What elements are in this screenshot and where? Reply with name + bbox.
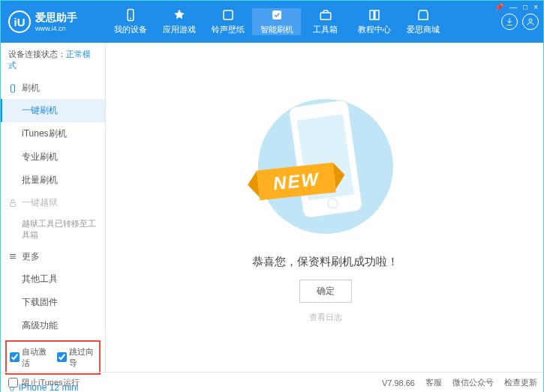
nav-apps[interactable]: 应用游戏 (155, 8, 203, 35)
phone-small-icon (8, 84, 17, 93)
sidebar-item-pro-flash[interactable]: 专业刷机 (1, 145, 105, 169)
view-log-link[interactable]: 查看日志 (309, 312, 342, 323)
check-skip-wizard[interactable]: 跳过向导 (57, 346, 97, 369)
book-icon (368, 8, 381, 22)
sidebar-group-jailbreak: 一键越狱 (1, 192, 105, 214)
store-icon (416, 8, 430, 22)
nav-flash[interactable]: 智能刷机 (252, 8, 301, 35)
support-link[interactable]: 客服 (425, 377, 442, 388)
svg-point-5 (529, 19, 532, 22)
ok-button[interactable]: 确定 (299, 280, 352, 303)
titlebar: iU 爱思助手 www.i4.cn 我的设备 应用游戏 铃声壁纸 智能刷机 工具… (1, 1, 544, 43)
statusbar: 阻止iTunes运行 V7.98.66 客服 微信公众号 检查更新 (1, 372, 544, 392)
nav-label: 智能刷机 (260, 24, 293, 35)
download-icon (505, 17, 514, 26)
user-button[interactable] (522, 13, 539, 30)
nav-ringtones[interactable]: 铃声壁纸 (203, 8, 252, 35)
success-illustration: NEW (251, 91, 401, 241)
download-button[interactable] (501, 13, 518, 30)
nav-label: 应用游戏 (163, 24, 196, 35)
menu-icon (8, 252, 17, 261)
minimize-icon[interactable]: — (509, 3, 517, 11)
main-content: NEW 恭喜您，保资料刷机成功啦！ 确定 查看日志 (106, 43, 544, 372)
check-auto-activate-input[interactable] (10, 352, 20, 362)
logo-icon: iU (8, 10, 31, 33)
nav-label: 教程中心 (358, 24, 391, 35)
check-auto-activate[interactable]: 自动激活 (10, 346, 50, 369)
nav-my-device[interactable]: 我的设备 (106, 8, 155, 35)
sidebar: 设备连接状态：正常模式 刷机 一键刷机 iTunes刷机 专业刷机 批量刷机 一… (1, 43, 106, 372)
maximize-icon[interactable]: □ (523, 3, 527, 11)
main-nav: 我的设备 应用游戏 铃声壁纸 智能刷机 工具箱 教程中心 爱思商城 (106, 8, 501, 35)
check-label: 跳过向导 (69, 346, 97, 369)
logo: iU 爱思助手 www.i4.cn (1, 10, 106, 33)
svg-rect-4 (320, 13, 331, 19)
nav-label: 工具箱 (313, 24, 338, 35)
group-label: 刷机 (22, 82, 40, 94)
svg-rect-2 (224, 10, 233, 19)
nav-tutorials[interactable]: 教程中心 (350, 8, 398, 35)
group-label: 更多 (22, 250, 40, 263)
version-label: V7.98.66 (382, 379, 415, 388)
nav-label: 我的设备 (114, 24, 147, 35)
option-checks: 自动激活 跳过向导 (5, 340, 101, 375)
sidebar-item-download-firmware[interactable]: 下载固件 (1, 291, 105, 314)
check-label: 自动激活 (22, 346, 50, 369)
window-controls: 📌 — □ × (494, 3, 538, 11)
nav-label: 爱思商城 (407, 24, 440, 35)
svg-rect-3 (272, 10, 281, 19)
apps-icon (173, 8, 186, 22)
sidebar-item-itunes-flash[interactable]: iTunes刷机 (1, 122, 105, 145)
check-skip-wizard-input[interactable] (57, 352, 67, 362)
jailbreak-note: 越狱工具已转移至工具箱 (1, 214, 105, 246)
user-icon (526, 17, 535, 26)
block-itunes-label: 阻止iTunes运行 (22, 377, 80, 388)
close-icon[interactable]: × (533, 3, 538, 11)
phone-icon (124, 8, 137, 22)
sidebar-group-flash[interactable]: 刷机 (1, 77, 105, 99)
svg-rect-7 (11, 202, 16, 206)
svg-rect-6 (11, 85, 15, 92)
block-itunes-checkbox[interactable] (8, 378, 18, 388)
wallpaper-icon (221, 8, 235, 22)
sidebar-item-other-tools[interactable]: 其他工具 (1, 268, 105, 291)
wechat-link[interactable]: 微信公众号 (452, 377, 494, 388)
pin-icon[interactable]: 📌 (494, 3, 503, 11)
nav-toolbox[interactable]: 工具箱 (301, 8, 350, 35)
nav-label: 铃声壁纸 (212, 24, 245, 35)
sidebar-item-advanced[interactable]: 高级功能 (1, 314, 105, 337)
toolbox-icon (319, 8, 332, 22)
sidebar-group-more[interactable]: 更多 (1, 246, 105, 268)
app-url: www.i4.cn (35, 25, 77, 32)
success-message: 恭喜您，保资料刷机成功啦！ (252, 255, 398, 269)
sidebar-item-oneclick-flash[interactable]: 一键刷机 (1, 99, 105, 122)
conn-label: 设备连接状态： (8, 49, 66, 58)
nav-store[interactable]: 爱思商城 (398, 8, 447, 35)
check-update-link[interactable]: 检查更新 (504, 377, 537, 388)
connection-status: 设备连接状态：正常模式 (1, 43, 105, 77)
app-name: 爱思助手 (35, 11, 77, 25)
lock-icon (8, 199, 17, 208)
flash-icon (270, 8, 284, 22)
group-label: 一键越狱 (22, 196, 58, 209)
sidebar-item-batch-flash[interactable]: 批量刷机 (1, 169, 105, 192)
